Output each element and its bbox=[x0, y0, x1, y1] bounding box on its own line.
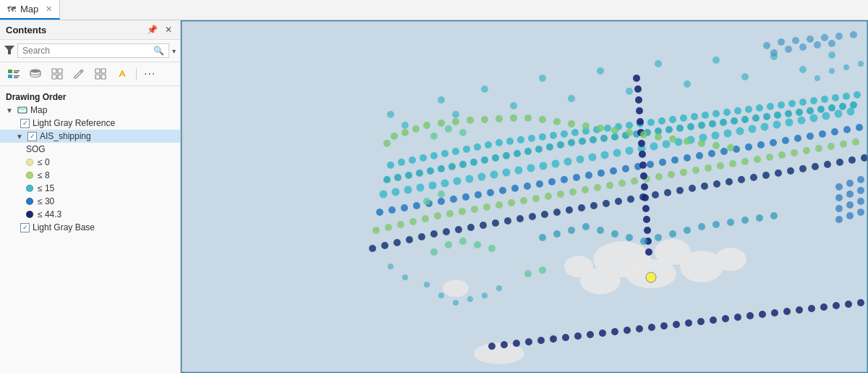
svg-point-44 bbox=[550, 132, 557, 139]
svg-point-132 bbox=[564, 158, 572, 166]
light-gray-reference-checkbox[interactable] bbox=[20, 119, 30, 128]
svg-point-82 bbox=[481, 156, 488, 164]
close-sidebar-button[interactable]: ✕ bbox=[163, 24, 174, 35]
svg-point-402 bbox=[453, 300, 459, 306]
map-group-item[interactable]: ▼ Map bbox=[0, 104, 180, 117]
svg-point-243 bbox=[455, 226, 462, 233]
svg-point-80 bbox=[459, 161, 467, 168]
svg-point-60 bbox=[723, 109, 731, 116]
pin-button[interactable]: 📌 bbox=[145, 24, 160, 35]
svg-point-416 bbox=[835, 205, 843, 212]
sog-title: SOG bbox=[0, 143, 180, 156]
svg-point-27 bbox=[443, 280, 469, 297]
svg-point-119 bbox=[404, 186, 412, 194]
svg-point-190 bbox=[794, 135, 801, 142]
svg-point-351 bbox=[459, 129, 467, 136]
svg-point-239 bbox=[406, 236, 413, 243]
svg-point-30 bbox=[398, 159, 405, 166]
svg-point-40 bbox=[506, 138, 514, 145]
svg-point-263 bbox=[701, 183, 708, 190]
svg-point-236 bbox=[369, 245, 376, 252]
svg-rect-11 bbox=[58, 75, 62, 79]
svg-point-41 bbox=[517, 136, 524, 143]
light-gray-reference-item[interactable]: Light Gray Reference bbox=[0, 117, 180, 130]
svg-point-39 bbox=[495, 139, 503, 146]
svg-point-197 bbox=[385, 224, 392, 231]
search-input[interactable] bbox=[22, 46, 150, 56]
svg-point-172 bbox=[573, 174, 580, 181]
svg-point-359 bbox=[438, 120, 445, 127]
svg-point-170 bbox=[548, 178, 556, 185]
svg-point-385 bbox=[611, 230, 618, 238]
light-gray-base-item[interactable]: Light Gray Base bbox=[0, 221, 180, 234]
map-tab-label: Map bbox=[20, 4, 38, 14]
snapping-button[interactable] bbox=[113, 65, 132, 83]
ais-shipping-item[interactable]: ▼ AIS_shipping bbox=[0, 130, 180, 143]
svg-point-275 bbox=[848, 156, 856, 164]
svg-point-61 bbox=[734, 107, 741, 114]
svg-point-377 bbox=[698, 140, 705, 147]
list-view-button[interactable] bbox=[4, 65, 23, 83]
svg-point-110 bbox=[785, 110, 792, 117]
svg-point-279 bbox=[481, 85, 488, 93]
search-dropdown-arrow[interactable]: ▾ bbox=[172, 47, 176, 55]
ais-shipping-checkbox[interactable] bbox=[27, 132, 37, 141]
svg-point-161 bbox=[438, 198, 445, 205]
svg-point-112 bbox=[807, 107, 814, 114]
map-tab[interactable]: 🗺 Map ✕ bbox=[0, 0, 60, 20]
svg-point-205 bbox=[483, 204, 490, 211]
svg-point-407 bbox=[829, 68, 835, 74]
svg-point-400 bbox=[424, 282, 430, 288]
svg-point-296 bbox=[513, 340, 520, 347]
svg-point-315 bbox=[746, 312, 754, 319]
svg-point-206 bbox=[495, 201, 503, 209]
more-button[interactable]: ··· bbox=[141, 65, 158, 83]
svg-point-109 bbox=[774, 112, 781, 119]
svg-point-300 bbox=[562, 334, 569, 341]
svg-point-213 bbox=[582, 186, 589, 193]
svg-point-259 bbox=[652, 191, 659, 198]
db-view-button[interactable] bbox=[26, 65, 45, 83]
svg-point-408 bbox=[843, 64, 849, 70]
svg-rect-1 bbox=[8, 70, 12, 73]
svg-point-423 bbox=[778, 38, 785, 46]
grid-view-button[interactable] bbox=[91, 65, 110, 83]
svg-point-403 bbox=[467, 296, 473, 302]
svg-point-342 bbox=[430, 248, 438, 256]
svg-point-337 bbox=[642, 205, 650, 212]
map-area[interactable] bbox=[181, 20, 868, 373]
svg-point-347 bbox=[524, 270, 532, 277]
svg-point-69 bbox=[821, 96, 828, 103]
svg-point-326 bbox=[634, 85, 642, 93]
svg-point-144 bbox=[712, 132, 720, 140]
svg-point-92 bbox=[590, 136, 597, 143]
svg-point-314 bbox=[734, 314, 741, 321]
map-tab-close[interactable]: ✕ bbox=[46, 4, 52, 14]
svg-point-413 bbox=[835, 194, 843, 201]
svg-point-306 bbox=[636, 325, 643, 332]
svg-point-207 bbox=[508, 199, 515, 206]
svg-point-303 bbox=[599, 330, 606, 337]
svg-point-375 bbox=[669, 135, 676, 143]
svg-point-87 bbox=[535, 146, 542, 153]
svg-point-302 bbox=[587, 331, 594, 338]
search-input-wrap[interactable]: 🔍 bbox=[17, 43, 169, 58]
svg-point-66 bbox=[788, 100, 796, 107]
light-gray-base-checkbox[interactable] bbox=[20, 223, 30, 232]
svg-rect-3 bbox=[14, 72, 18, 74]
svg-point-140 bbox=[663, 141, 671, 148]
svg-point-42 bbox=[528, 135, 535, 142]
svg-point-420 bbox=[846, 212, 854, 219]
svg-point-71 bbox=[843, 93, 850, 100]
svg-point-103 bbox=[709, 120, 716, 127]
svg-point-212 bbox=[569, 188, 576, 196]
selection-view-button[interactable] bbox=[48, 65, 67, 83]
svg-point-383 bbox=[582, 223, 590, 230]
svg-point-409 bbox=[858, 61, 864, 67]
svg-point-357 bbox=[412, 125, 420, 133]
svg-point-208 bbox=[520, 197, 527, 204]
svg-point-134 bbox=[589, 154, 597, 162]
svg-point-355 bbox=[391, 133, 398, 140]
edit-view-button[interactable] bbox=[69, 65, 88, 83]
svg-point-199 bbox=[409, 218, 417, 225]
